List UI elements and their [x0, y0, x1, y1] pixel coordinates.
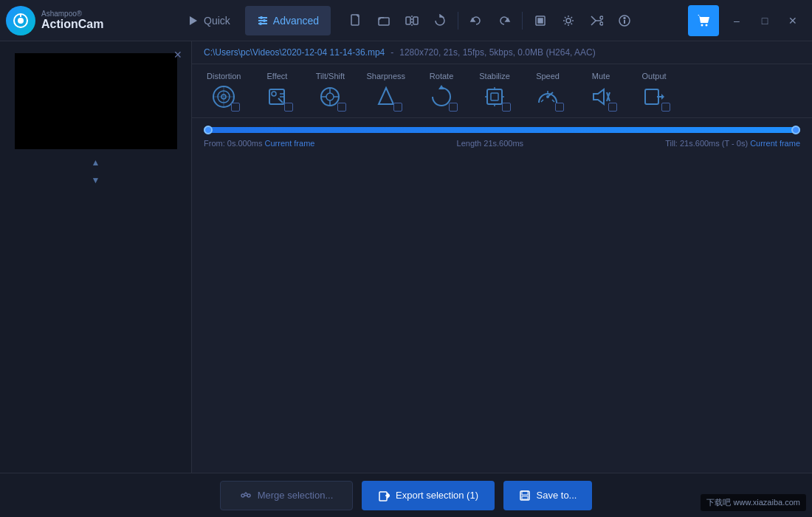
- sharpness-checkbox[interactable]: [393, 103, 402, 112]
- tab-advanced[interactable]: Advanced: [245, 6, 331, 35]
- watermark: 下载吧 www.xiazaiba.com: [701, 494, 806, 511]
- till-value: 21s.600ms (T - 0s): [680, 139, 748, 148]
- trim-button[interactable]: [583, 7, 610, 34]
- timeline-handle-right[interactable]: [791, 126, 800, 134]
- tool-rotate[interactable]: Rotate: [416, 67, 467, 114]
- panel-nav-down[interactable]: ▼: [86, 173, 106, 188]
- speed-checkbox[interactable]: [555, 103, 564, 112]
- current-frame-label2[interactable]: Current frame: [750, 139, 800, 148]
- app-brand: Ashampoo®: [41, 10, 103, 18]
- tool-distortion-icon-wrap: [210, 83, 237, 110]
- tools-bar: Distortion Effect: [192, 64, 812, 118]
- right-panel: C:\Users\pc\Videos\2020-12-04 11-14-36.m…: [192, 41, 812, 473]
- till-label: Till:: [665, 139, 678, 148]
- quick-label: Quick: [204, 15, 230, 27]
- titlebar: Ashampoo® ActionCam Quick Advanced: [0, 0, 812, 41]
- settings-button[interactable]: [555, 7, 582, 34]
- current-frame-label[interactable]: Current frame: [265, 139, 315, 148]
- advanced-icon: [257, 15, 269, 27]
- file-info-bar: C:\Users\pc\Videos\2020-12-04 11-14-36.m…: [192, 41, 812, 64]
- stabilize-checkbox[interactable]: [502, 103, 511, 112]
- timeline-track[interactable]: [204, 127, 800, 133]
- split-button[interactable]: [399, 7, 425, 34]
- tiltshift-checkbox[interactable]: [337, 103, 346, 112]
- close-panel-button[interactable]: ✕: [171, 47, 185, 62]
- redo-button[interactable]: [491, 7, 517, 34]
- tool-rotate-label: Rotate: [430, 72, 453, 81]
- save-button[interactable]: Save to...: [503, 481, 592, 510]
- timeline-info: From: 0s.000ms Current frame Length 21s.…: [204, 139, 800, 148]
- tool-rotate-icon-wrap: [428, 83, 455, 110]
- merge-button[interactable]: Merge selection...: [220, 481, 353, 510]
- undo-button[interactable]: [463, 7, 489, 34]
- open-file-button[interactable]: [371, 7, 397, 34]
- svg-rect-60: [645, 89, 658, 104]
- tool-stabilize-label: Stabilize: [479, 72, 510, 81]
- close-button[interactable]: ✕: [780, 7, 806, 34]
- output-checkbox[interactable]: [661, 103, 670, 112]
- distortion-checkbox[interactable]: [231, 103, 240, 112]
- tool-distortion[interactable]: Distortion: [198, 67, 250, 114]
- svg-rect-13: [413, 17, 418, 24]
- svg-point-25: [624, 17, 625, 18]
- tool-output[interactable]: Output: [628, 67, 680, 114]
- tool-tiltshift-icon-wrap: [317, 83, 343, 110]
- timeline-area: From: 0s.000ms Current frame Length 21s.…: [192, 118, 812, 157]
- svg-marker-62: [661, 94, 664, 100]
- svg-point-1: [18, 18, 24, 24]
- svg-line-56: [552, 100, 554, 102]
- export-label: Export selection (1): [396, 490, 478, 501]
- save-icon: [519, 490, 531, 501]
- rotate-checkbox[interactable]: [449, 103, 458, 112]
- toolbar-icons: [343, 7, 638, 34]
- file-path[interactable]: C:\Users\pc\Videos\2020-12-04 11-14-36.m…: [204, 47, 385, 58]
- tool-sharpness[interactable]: Sharpness: [357, 67, 414, 114]
- rotate-cw-button[interactable]: [427, 7, 453, 34]
- tool-mute[interactable]: Mute: [575, 67, 627, 114]
- fullscreen-button[interactable]: [527, 7, 554, 34]
- export-button[interactable]: Export selection (1): [362, 481, 495, 510]
- svg-rect-19: [538, 18, 543, 23]
- mute-checkbox[interactable]: [608, 103, 617, 112]
- content-area: [192, 157, 812, 473]
- timeline-handle-left[interactable]: [204, 126, 213, 134]
- tool-speed[interactable]: Speed: [522, 67, 574, 114]
- toolbar-sep-1: [458, 12, 458, 30]
- tool-distortion-label: Distortion: [207, 72, 241, 81]
- window-controls: – □ ✕: [688, 5, 806, 36]
- merge-icon: [240, 490, 252, 501]
- tool-effect-label: Effect: [267, 72, 288, 81]
- tool-speed-label: Speed: [536, 72, 560, 81]
- svg-marker-16: [471, 18, 475, 21]
- info-button[interactable]: [611, 7, 638, 34]
- advanced-label: Advanced: [273, 15, 319, 27]
- svg-marker-15: [440, 15, 443, 17]
- timeline-fill: [204, 127, 800, 133]
- tool-output-label: Output: [642, 72, 667, 81]
- panel-nav-up[interactable]: ▲: [86, 155, 106, 170]
- cart-button[interactable]: [688, 5, 719, 36]
- tool-effect[interactable]: Effect: [251, 67, 303, 114]
- nav-tabs: Quick Advanced: [176, 6, 331, 35]
- tool-mute-label: Mute: [592, 72, 610, 81]
- svg-marker-3: [190, 16, 197, 25]
- svg-line-54: [541, 100, 543, 102]
- svg-point-64: [247, 494, 250, 497]
- from-value: 0s.000ms: [227, 139, 263, 148]
- svg-point-27: [706, 24, 708, 26]
- new-file-button[interactable]: [343, 7, 369, 34]
- svg-point-20: [566, 18, 571, 23]
- file-meta: 1280x720, 21s, 15fps, 5kbps, 0.0MB (H264…: [399, 47, 596, 58]
- from-label: From:: [204, 139, 225, 148]
- logo-area: Ashampoo® ActionCam: [6, 6, 176, 35]
- effect-checkbox[interactable]: [284, 103, 293, 112]
- tab-quick[interactable]: Quick: [176, 6, 242, 35]
- svg-point-34: [272, 92, 276, 96]
- minimize-button[interactable]: –: [723, 7, 750, 34]
- svg-rect-66: [379, 492, 387, 501]
- maximize-button[interactable]: □: [751, 7, 778, 34]
- svg-point-7: [260, 16, 263, 19]
- tool-tiltshift[interactable]: Tilt/Shift: [304, 67, 356, 114]
- tool-stabilize[interactable]: Stabilize: [469, 67, 520, 114]
- svg-line-35: [278, 98, 283, 103]
